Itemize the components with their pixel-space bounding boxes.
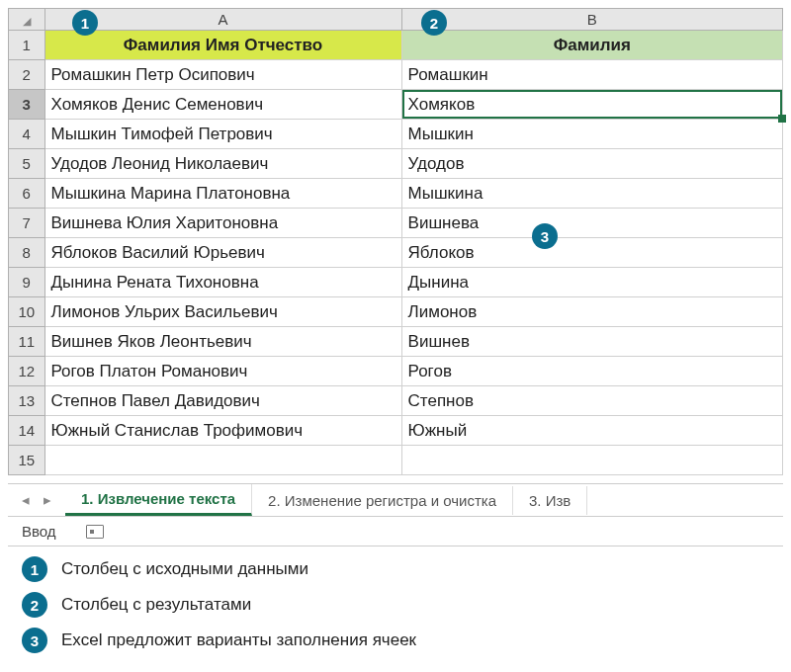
cell-a[interactable]: Вишнева Юлия Харитоновна	[44, 209, 401, 238]
table-row: 9 Дынина Рената Тихоновна Дынина	[9, 268, 783, 297]
callout-3: 3	[532, 223, 558, 249]
table-row: 13 Степнов Павел Давидович Степнов	[9, 386, 783, 416]
table-row: 10 Лимонов Ульрих Васильевич Лимонов	[9, 297, 783, 327]
sheet-tab-1[interactable]: 1. Извлечение текста	[65, 484, 252, 516]
sheet-tab-3[interactable]: 3. Изв	[513, 486, 587, 515]
select-all-corner[interactable]: ◢	[9, 9, 45, 31]
table-row: 5 Удодов Леонид Николаевич Удодов	[9, 149, 783, 179]
flash-fill-suggestion[interactable]: Дынина	[401, 268, 782, 297]
cell-a[interactable]	[44, 446, 401, 475]
flash-fill-suggestion[interactable]: Яблоков	[401, 238, 782, 268]
flash-fill-suggestion[interactable]: Лимонов	[401, 297, 782, 327]
flash-fill-suggestion[interactable]: Вишнев	[401, 327, 782, 357]
flash-fill-suggestion[interactable]: Мышкин	[401, 120, 782, 149]
table-row: 2 Ромашкин Петр Осипович Ромашкин	[9, 60, 783, 90]
select-all-icon: ◢	[23, 15, 31, 27]
macro-record-icon[interactable]	[86, 525, 104, 539]
table-row: 8 Яблоков Василий Юрьевич Яблоков	[9, 238, 783, 268]
row-header[interactable]: 10	[9, 297, 45, 327]
tab-prev-icon[interactable]: ◂	[22, 491, 30, 509]
cell-a[interactable]: Рогов Платон Романович	[44, 357, 401, 386]
callout-2: 2	[421, 10, 447, 36]
cell-b[interactable]: Ромашкин	[401, 60, 782, 90]
table-row: 1 Фамилия Имя Отчество Фамилия	[9, 31, 783, 60]
cell-a[interactable]: Ромашкин Петр Осипович	[44, 60, 401, 90]
row-header[interactable]: 3	[9, 90, 45, 120]
row-header[interactable]: 12	[9, 357, 45, 386]
table-row: 4 Мышкин Тимофей Петрович Мышкин	[9, 120, 783, 149]
table-row: 14 Южный Станислав Трофимович Южный	[9, 416, 783, 446]
row-header[interactable]: 8	[9, 238, 45, 268]
table-row: 6 Мышкина Марина Платоновна Мышкина	[9, 179, 783, 209]
legend: 1 Столбец с исходными данными 2 Столбец …	[22, 556, 783, 653]
active-cell-value: Хомяков	[408, 95, 476, 114]
cell-a[interactable]: Лимонов Ульрих Васильевич	[44, 297, 401, 327]
cell-a[interactable]: Удодов Леонид Николаевич	[44, 149, 401, 179]
row-header[interactable]: 9	[9, 268, 45, 297]
column-header-a[interactable]: A	[44, 9, 401, 31]
cell-a[interactable]: Дынина Рената Тихоновна	[44, 268, 401, 297]
active-cell[interactable]: Хомяков	[401, 90, 782, 120]
legend-badge-1: 1	[22, 556, 47, 582]
cell-a[interactable]: Яблоков Василий Юрьевич	[44, 238, 401, 268]
header-cell-b[interactable]: Фамилия	[401, 31, 782, 60]
header-cell-a[interactable]: Фамилия Имя Отчество	[44, 31, 401, 60]
cell-a[interactable]: Мышкин Тимофей Петрович	[44, 120, 401, 149]
row-header[interactable]: 7	[9, 209, 45, 238]
legend-badge-3: 3	[22, 628, 47, 653]
flash-fill-suggestion[interactable]: Рогов	[401, 357, 782, 386]
cell-a[interactable]: Вишнев Яков Леонтьевич	[44, 327, 401, 357]
flash-fill-suggestion[interactable]: Мышкина	[401, 179, 782, 209]
flash-fill-suggestion[interactable]: Вишнева	[401, 209, 782, 238]
flash-fill-suggestion[interactable]: Удодов	[401, 149, 782, 179]
callout-1: 1	[72, 10, 98, 36]
table-row: 12 Рогов Платон Романович Рогов	[9, 357, 783, 386]
cell-a[interactable]: Хомяков Денис Семенович	[44, 90, 401, 120]
grid-table: ◢ A B 1 Фамилия Имя Отчество Фамилия 2 Р…	[8, 8, 783, 475]
flash-fill-suggestion[interactable]: Южный	[401, 416, 782, 446]
tab-next-icon[interactable]: ▸	[44, 491, 51, 509]
row-header[interactable]: 4	[9, 120, 45, 149]
legend-item: 2 Столбец с результатами	[22, 592, 783, 618]
row-header[interactable]: 5	[9, 149, 45, 179]
legend-text: Excel предложит варианты заполнения ячее…	[61, 630, 416, 650]
row-header[interactable]: 14	[9, 416, 45, 446]
table-row: 3 Хомяков Денис Семенович Хомяков	[9, 90, 783, 120]
legend-item: 3 Excel предложит варианты заполнения яч…	[22, 628, 783, 653]
row-header[interactable]: 2	[9, 60, 45, 90]
legend-text: Столбец с результатами	[61, 595, 251, 615]
cell-b[interactable]	[401, 446, 782, 475]
cell-a[interactable]: Южный Станислав Трофимович	[44, 416, 401, 446]
tab-nav: ◂ ▸	[8, 491, 65, 509]
sheet-tab-2[interactable]: 2. Изменение регистра и очистка	[252, 486, 513, 515]
status-bar: Ввод	[8, 517, 783, 546]
row-header[interactable]: 1	[9, 31, 45, 60]
column-header-b[interactable]: B	[401, 9, 782, 31]
row-header[interactable]: 15	[9, 446, 45, 475]
table-row: 7 Вишнева Юлия Харитоновна Вишнева	[9, 209, 783, 238]
status-mode: Ввод	[22, 523, 56, 540]
spreadsheet: 1 2 3 ◢ A B 1 Фамилия Имя Отчество Фамил…	[8, 8, 783, 475]
legend-badge-2: 2	[22, 592, 47, 618]
sheet-tab-strip: ◂ ▸ 1. Извлечение текста 2. Изменение ре…	[8, 483, 783, 517]
table-row: 15	[9, 446, 783, 475]
fill-handle[interactable]	[778, 115, 786, 123]
row-header[interactable]: 11	[9, 327, 45, 357]
cell-a[interactable]: Мышкина Марина Платоновна	[44, 179, 401, 209]
row-header[interactable]: 6	[9, 179, 45, 209]
flash-fill-suggestion[interactable]: Степнов	[401, 386, 782, 416]
row-header[interactable]: 13	[9, 386, 45, 416]
table-row: 11 Вишнев Яков Леонтьевич Вишнев	[9, 327, 783, 357]
cell-a[interactable]: Степнов Павел Давидович	[44, 386, 401, 416]
legend-text: Столбец с исходными данными	[61, 559, 308, 579]
column-header-row: ◢ A B	[9, 9, 783, 31]
legend-item: 1 Столбец с исходными данными	[22, 556, 783, 582]
